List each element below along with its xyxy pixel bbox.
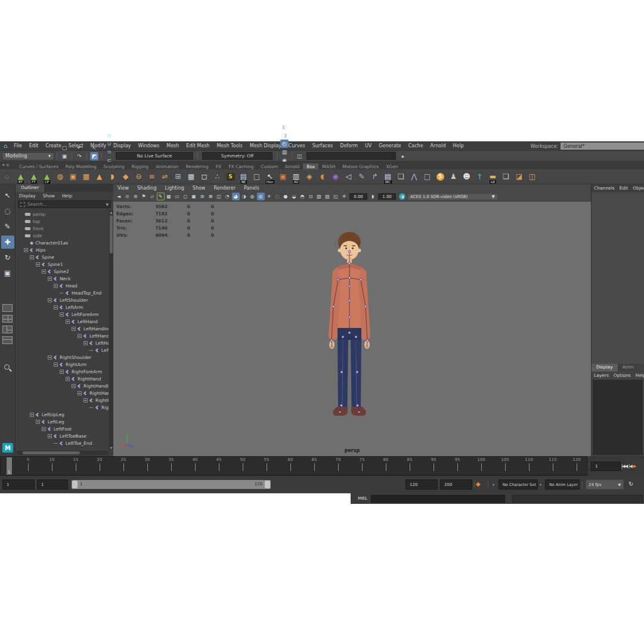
character-set-dropdown[interactable]: No Character Set <box>499 479 538 490</box>
viewport-toolbar-icon-10[interactable]: ⊞ <box>199 193 206 200</box>
expand-collapse-icon[interactable] <box>83 398 88 402</box>
expand-collapse-icon[interactable] <box>30 255 34 259</box>
layer-menu-help[interactable]: Help <box>633 373 644 378</box>
shelf-item-game-exporter-folder-icon[interactable]: ▬GE <box>487 171 499 183</box>
expand-arrow-icon[interactable]: ▸ <box>399 152 407 160</box>
expand-collapse-icon[interactable] <box>36 262 40 267</box>
outliner-node-leftupleg[interactable]: LeftUpLeg <box>16 411 109 418</box>
channel-box-menu-edit[interactable]: Edit <box>617 185 631 191</box>
viewport-toolbar-icon-13[interactable]: ◔ <box>224 193 231 200</box>
menu-surfaces[interactable]: Surfaces <box>309 143 337 148</box>
shelf-item-scatter-cubes-icon[interactable]: ∴ <box>211 171 224 183</box>
outliner-tab[interactable]: Outliner <box>16 184 44 192</box>
viewport-menu-panels[interactable]: Panels <box>240 185 264 191</box>
outliner-node-lefttoe-end[interactable]: LeftToe_End <box>16 439 109 447</box>
shelf-item-uv-hand-2-icon[interactable]: ◫ <box>526 171 538 183</box>
viewport-toolbar-icon-26[interactable]: ◱ <box>332 193 340 200</box>
expand-collapse-icon[interactable] <box>54 363 58 367</box>
snap-icon-0[interactable]: ∩ <box>105 131 113 140</box>
outliner-node-spine1[interactable]: Spine1 <box>16 261 109 268</box>
range-slider-track[interactable]: 1 120 <box>72 480 271 489</box>
history-icon-1[interactable]: ↷ <box>75 152 83 160</box>
menu-file[interactable]: File <box>10 143 25 148</box>
home-icon[interactable]: ⌂ <box>4 143 7 149</box>
outliner-menu-show[interactable]: Show <box>39 193 58 199</box>
render-icon-2[interactable]: ◴ <box>280 140 289 148</box>
viewport-toolbar-icon-18[interactable]: ☀ <box>265 193 273 200</box>
outliner-menu-display[interactable]: Display <box>16 193 39 199</box>
outliner-node-lefthandinde[interactable]: LeftHandInde <box>16 339 109 346</box>
chevron-down-icon[interactable]: ▾ <box>540 482 541 487</box>
viewport-toolbar-icon-22[interactable]: ◓ <box>299 193 306 200</box>
viewport-toolbar-icon-25[interactable]: ▨ <box>324 193 332 200</box>
render-icon-1[interactable]: ◨ <box>280 131 289 140</box>
exposure-field[interactable]: 0.00 <box>349 193 367 200</box>
expand-collapse-icon[interactable] <box>54 305 58 309</box>
shelf-item-cube-white-icon[interactable]: ◻ <box>198 171 210 183</box>
shelf-menu-icon[interactable]: ▾ ≡ <box>2 163 10 168</box>
shelf-item-poly-disc-icon[interactable]: ⊖ <box>132 171 145 183</box>
shelf-item-poly-wedge-icon[interactable]: ◗ <box>106 171 119 183</box>
playback-loop-icon[interactable]: ↻ <box>628 481 633 487</box>
playback-button-1[interactable]: |◀ <box>628 464 632 469</box>
expand-collapse-icon[interactable] <box>48 355 52 360</box>
file-icon-1[interactable]: ▣ <box>60 152 69 160</box>
menu-set-dropdown[interactable]: Modeling ▾ <box>2 152 54 160</box>
snap-icon-2[interactable]: ⊃ <box>105 148 113 156</box>
outliner-vertical-scrollbar[interactable]: ▲ ▼ <box>109 210 113 450</box>
outliner-node-persp[interactable]: persp <box>16 210 109 218</box>
shelf-item-grid-add-icon[interactable]: ⊞ <box>172 171 184 183</box>
shelf-item-uv-hand-1-icon[interactable]: ◪ <box>513 171 525 183</box>
select-tool-icon[interactable]: ↖ <box>1 189 14 202</box>
shelf-item-hierarchy-pick-icon[interactable]: ↖Hier <box>264 171 276 183</box>
rotate-tool-icon[interactable]: ↻ <box>1 251 14 264</box>
set-key-icon[interactable]: ◆ <box>476 481 481 487</box>
viewport-menu-view[interactable]: View <box>113 185 133 191</box>
menu-cache[interactable]: Cache <box>405 143 427 148</box>
shelf-item-poly-cube-smooth-icon[interactable]: ▣ <box>67 171 79 183</box>
shelf-item-poly-cone-icon[interactable]: ▲ <box>93 171 106 183</box>
menu-help[interactable]: Help <box>450 143 467 148</box>
viewport-toolbar-icon-2[interactable]: ⊚ <box>132 193 140 200</box>
viewport-toolbar-icon-8[interactable]: ◻ <box>182 193 190 200</box>
expand-collapse-icon[interactable] <box>36 420 40 424</box>
channel-box-menu-object[interactable]: Object <box>630 185 644 191</box>
outliner-node-rightarm[interactable]: RightArm <box>16 361 109 368</box>
symmetry-field[interactable]: Symmetry: Off <box>202 152 273 160</box>
menu-arnold[interactable]: Arnold <box>427 143 450 148</box>
expand-collapse-icon[interactable] <box>30 413 34 417</box>
outliner-node-leftleg[interactable]: LeftLeg <box>16 418 109 425</box>
shelf-item-poly-plane-icon[interactable]: ◆ <box>119 171 132 183</box>
lasso-tool-icon[interactable]: ◌ <box>1 205 14 218</box>
expand-collapse-icon[interactable] <box>48 298 52 302</box>
exposure-icon[interactable]: ✛ <box>340 193 348 200</box>
mel-language-button[interactable]: MEL <box>358 496 367 501</box>
outliner-node-righthandindex[interactable]: RightHandIndex <box>16 389 109 397</box>
anim-layer-dropdown[interactable]: No Anim Layer <box>545 479 580 490</box>
outliner-node-righthandindex1[interactable]: RightHandIndex1 <box>16 382 109 389</box>
expand-collapse-icon[interactable] <box>24 248 28 252</box>
shelf-item-poly-mirror-icon[interactable]: ⇌ <box>159 171 171 183</box>
layer-menu-options[interactable]: Options <box>611 373 633 378</box>
layout-four-button[interactable] <box>2 315 13 323</box>
shelf-item-workspace-control-icon[interactable]: ▤WC <box>382 171 394 183</box>
viewport-toolbar-icon-5[interactable]: ✎ <box>157 193 165 200</box>
move-tool-icon[interactable]: ✚ <box>1 236 14 249</box>
shelf-item-duplicate-pages-icon[interactable]: ❏ <box>395 171 407 183</box>
shelf-item-poly-sphere-icon[interactable]: ◍ <box>54 171 66 183</box>
viewport-menu-shading[interactable]: Shading <box>133 185 161 191</box>
outliner-node-righthandi[interactable]: RightHandI <box>16 404 109 411</box>
viewport-toolbar-icon-14[interactable]: ◕ <box>232 193 240 200</box>
color-management-icon[interactable]: ◑ <box>399 193 405 200</box>
shelf-item-substance-icon[interactable]: S <box>224 171 237 183</box>
menu-mesh-tools[interactable]: Mesh Tools <box>213 143 246 148</box>
quick-rename-input[interactable] <box>306 152 396 160</box>
shelf-item-dashed-set-icon[interactable]: □ <box>421 171 434 183</box>
scale-tool-icon[interactable]: ▣ <box>1 267 14 280</box>
outliner-node-leftfoot[interactable]: LeftFoot <box>16 425 109 432</box>
current-time-field[interactable]: 1 <box>591 462 621 471</box>
outliner-node-side[interactable]: side <box>16 232 109 239</box>
viewport-toolbar-icon-1[interactable]: ⊙ <box>123 193 131 200</box>
zoom-select-icon[interactable] <box>4 364 10 370</box>
expand-collapse-icon[interactable] <box>72 327 76 331</box>
